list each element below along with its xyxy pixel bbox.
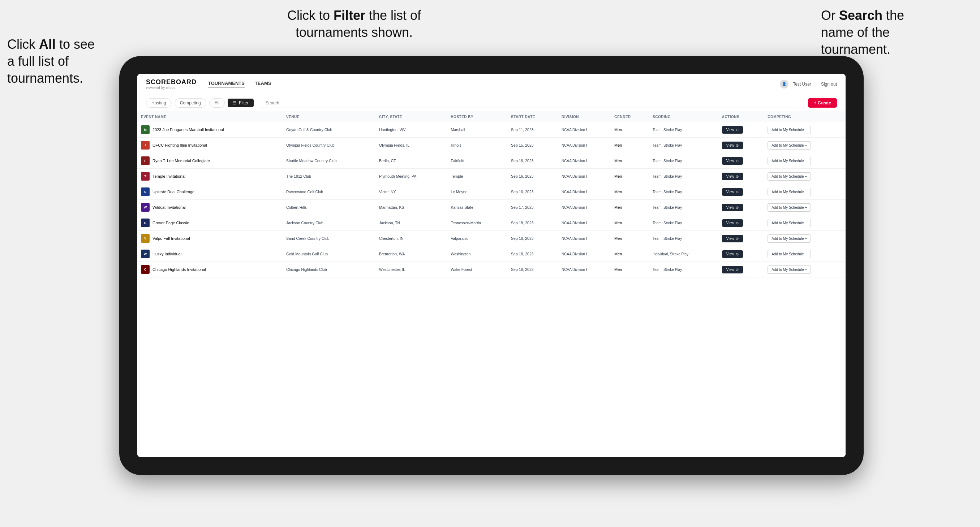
team-logo-0: M <box>141 125 150 134</box>
nav-teams[interactable]: TEAMS <box>255 81 271 87</box>
sign-out-link[interactable]: Sign out <box>821 82 837 87</box>
tablet-screen: SCOREBOARD Powered by clippd TOURNAMENTS… <box>137 74 846 457</box>
view-button-0[interactable]: View ⊙ <box>722 126 743 133</box>
scoring-cell-9: Team, Stroke Play <box>649 262 718 278</box>
date-cell-7: Sep 18, 2023 <box>508 231 558 246</box>
view-button-7[interactable]: View ⊙ <box>722 235 743 242</box>
filter-label: Filter <box>239 100 248 105</box>
add-schedule-button-5[interactable]: Add to My Schedule + <box>767 203 811 212</box>
add-schedule-button-8[interactable]: Add to My Schedule + <box>767 250 811 258</box>
table-row: C Chicago Highlands Invitational Chicago… <box>137 262 846 278</box>
event-name-0: 2023 Joe Feaganes Marshall Invitational <box>153 127 224 132</box>
col-event-name: EVENT NAME <box>137 112 283 122</box>
event-name-9: Chicago Highlands Invitational <box>153 267 206 271</box>
add-schedule-button-0[interactable]: Add to My Schedule + <box>767 126 811 134</box>
competing-cell-8: Add to My Schedule + <box>764 246 846 262</box>
event-cell-7: V Valpo Fall Invitational <box>137 231 283 246</box>
view-icon-7: ⊙ <box>736 237 738 241</box>
date-cell-6: Sep 18, 2023 <box>508 215 558 231</box>
competing-cell-6: Add to My Schedule + <box>764 215 846 231</box>
add-schedule-button-9[interactable]: Add to My Schedule + <box>767 265 811 274</box>
view-button-2[interactable]: View ⊙ <box>722 157 743 165</box>
venue-cell-8: Gold Mountain Golf Club <box>283 246 375 262</box>
event-cell-3: T Temple Invitational <box>137 169 283 184</box>
city-cell-5: Manhattan, KS <box>375 200 447 215</box>
actions-cell-2: View ⊙ <box>718 153 764 169</box>
division-cell-8: NCAA Division I <box>558 246 611 262</box>
view-button-4[interactable]: View ⊙ <box>722 188 743 196</box>
add-schedule-button-7[interactable]: Add to My Schedule + <box>767 235 811 243</box>
team-logo-7: V <box>141 234 150 243</box>
view-button-5[interactable]: View ⊙ <box>722 204 743 211</box>
table-row: F Ryan T. Lee Memorial Collegiate Shuttl… <box>137 153 846 169</box>
competing-cell-2: Add to My Schedule + <box>764 153 846 169</box>
add-schedule-button-1[interactable]: Add to My Schedule + <box>767 141 811 149</box>
scoring-cell-8: Individual, Stroke Play <box>649 246 718 262</box>
view-button-9[interactable]: View ⊙ <box>722 266 743 273</box>
gender-cell-1: Men <box>611 138 649 153</box>
competing-cell-5: Add to My Schedule + <box>764 200 846 215</box>
top-nav: SCOREBOARD Powered by clippd TOURNAMENTS… <box>137 74 846 94</box>
city-cell-7: Chesterton, IN <box>375 231 447 246</box>
actions-cell-5: View ⊙ <box>718 200 764 215</box>
venue-cell-6: Jackson Country Club <box>283 215 375 231</box>
col-gender: GENDER <box>611 112 649 122</box>
create-button[interactable]: + Create <box>808 98 837 108</box>
add-schedule-button-3[interactable]: Add to My Schedule + <box>767 172 811 181</box>
venue-cell-0: Guyan Golf & Country Club <box>283 122 375 138</box>
view-icon-9: ⊙ <box>736 268 738 271</box>
view-icon-5: ⊙ <box>736 206 738 210</box>
team-logo-8: W <box>141 249 150 258</box>
add-schedule-button-2[interactable]: Add to My Schedule + <box>767 157 811 165</box>
gender-cell-2: Men <box>611 153 649 169</box>
event-name-8: Husky Individual <box>153 252 181 256</box>
filter-bar: Hosting Competing All ☰ Filter + Create <box>137 94 846 112</box>
view-button-8[interactable]: View ⊙ <box>722 250 743 258</box>
col-venue: VENUE <box>283 112 375 122</box>
actions-cell-6: View ⊙ <box>718 215 764 231</box>
table-row: W Husky Individual Gold Mountain Golf Cl… <box>137 246 846 262</box>
search-input[interactable] <box>261 98 805 108</box>
scoring-cell-0: Team, Stroke Play <box>649 122 718 138</box>
add-schedule-button-6[interactable]: Add to My Schedule + <box>767 219 811 227</box>
event-cell-0: M 2023 Joe Feaganes Marshall Invitationa… <box>137 122 283 138</box>
scoring-cell-7: Team, Stroke Play <box>649 231 718 246</box>
event-cell-1: I OFCC Fighting Illini Invitational <box>137 138 283 153</box>
tab-competing[interactable]: Competing <box>175 98 206 108</box>
view-icon-3: ⊙ <box>736 175 738 178</box>
team-logo-2: F <box>141 156 150 165</box>
annotation-top-center: Click to Filter the list oftournaments s… <box>246 7 463 41</box>
city-cell-1: Olympia Fields, IL <box>375 138 447 153</box>
nav-tournaments[interactable]: TOURNAMENTS <box>208 81 245 87</box>
add-schedule-button-4[interactable]: Add to My Schedule + <box>767 188 811 196</box>
gender-cell-0: Men <box>611 122 649 138</box>
col-city-state: CITY, STATE <box>375 112 447 122</box>
view-button-6[interactable]: View ⊙ <box>722 219 743 227</box>
col-actions: ACTIONS <box>718 112 764 122</box>
date-cell-3: Sep 16, 2023 <box>508 169 558 184</box>
event-cell-4: U Upstate Dual Challenge <box>137 184 283 200</box>
tab-all[interactable]: All <box>209 98 225 108</box>
tab-hosting[interactable]: Hosting <box>146 98 172 108</box>
col-competing: COMPETING <box>764 112 846 122</box>
event-name-4: Upstate Dual Challenge <box>153 190 194 194</box>
filter-button[interactable]: ☰ Filter <box>228 98 254 107</box>
hosted-cell-0: Marshall <box>447 122 508 138</box>
view-button-1[interactable]: View ⊙ <box>722 141 743 149</box>
division-cell-0: NCAA Division I <box>558 122 611 138</box>
city-cell-6: Jackson, TN <box>375 215 447 231</box>
date-cell-8: Sep 18, 2023 <box>508 246 558 262</box>
date-cell-2: Sep 16, 2023 <box>508 153 558 169</box>
scoring-cell-4: Team, Stroke Play <box>649 184 718 200</box>
table-row: G Grover Page Classic Jackson Country Cl… <box>137 215 846 231</box>
view-button-3[interactable]: View ⊙ <box>722 173 743 180</box>
nav-separator: | <box>816 82 817 87</box>
table-row: U Upstate Dual Challenge Ravenwood Golf … <box>137 184 846 200</box>
team-logo-1: I <box>141 141 150 149</box>
col-hosted-by: HOSTED BY <box>447 112 508 122</box>
actions-cell-3: View ⊙ <box>718 169 764 184</box>
table-row: M 2023 Joe Feaganes Marshall Invitationa… <box>137 122 846 138</box>
view-icon-4: ⊙ <box>736 190 738 194</box>
hosted-cell-8: Washington <box>447 246 508 262</box>
division-cell-6: NCAA Division I <box>558 215 611 231</box>
